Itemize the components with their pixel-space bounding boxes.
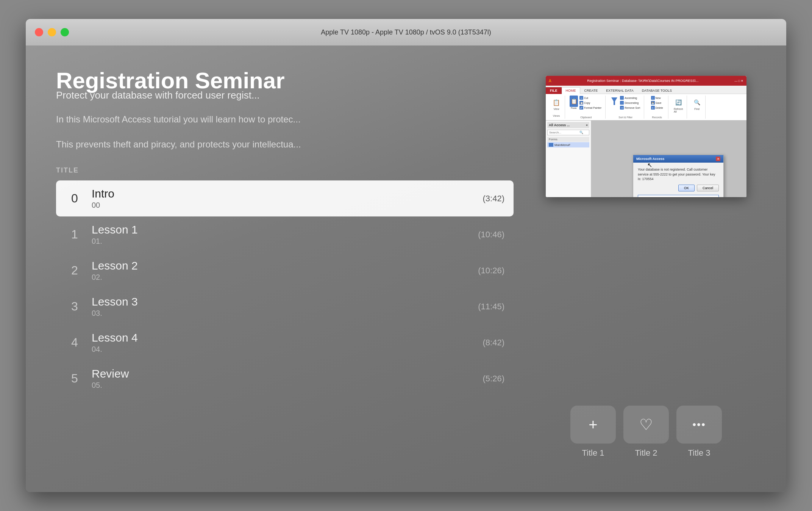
find-icon[interactable]: 🔍 — [692, 97, 702, 108]
bottom-buttons: + Title 1 ♡ Title 2 ••• Title 3 — [570, 406, 722, 458]
ribbon-records-group: + New 💾 Save ✕ Delete — [646, 96, 668, 119]
lesson-item-2[interactable]: 2 Lesson 2 02. (10:26) — [56, 252, 514, 288]
access-window-icon: A — [549, 79, 551, 83]
records-btns: + New 💾 Save ✕ Delete — [650, 96, 664, 110]
filter-btn[interactable] — [610, 96, 618, 107]
lesson-number-4: 4 — [65, 335, 84, 350]
traffic-lights — [35, 28, 69, 36]
dialog-cancel-button[interactable]: Cancel — [697, 185, 719, 191]
ascending-label: Ascending — [625, 97, 637, 99]
lesson-list: 0 Intro 00 (3:42) 1 Lesson 1 01. — [56, 180, 514, 397]
lesson-file-5: 05. — [92, 381, 483, 390]
lesson-name-3: Lesson 3 — [92, 295, 478, 308]
access-search-input[interactable] — [549, 131, 579, 134]
microsoft-access-dialog: Microsoft Access ✕ Your database is not … — [633, 155, 724, 197]
descending-btn[interactable]: ↓ Descending — [619, 100, 641, 105]
lesson-file-0: 00 — [92, 201, 483, 210]
more-icon: ••• — [692, 419, 706, 431]
remove-sort-btn[interactable]: ✕ Remove Sort — [619, 105, 641, 110]
close-button[interactable] — [35, 28, 43, 36]
copy-label: Copy — [584, 102, 590, 104]
lesson-duration-0: (3:42) — [483, 194, 504, 204]
title2-button[interactable]: ♡ — [623, 406, 669, 444]
lesson-name-4: Lesson 4 — [92, 331, 483, 344]
title2-label: Title 2 — [635, 448, 657, 458]
lesson-duration-2: (10:26) — [478, 266, 504, 276]
lesson-item-4[interactable]: 4 Lesson 4 04. (8:42) — [56, 324, 514, 361]
svg-marker-0 — [611, 97, 617, 105]
access-close-btn[interactable]: ✕ — [741, 79, 743, 83]
title1-button-group: + Title 1 — [570, 406, 616, 458]
lesson-info-5: Review 05. — [92, 367, 483, 390]
access-restore-btn[interactable]: □ — [738, 79, 740, 83]
tab-create[interactable]: CREATE — [580, 87, 602, 94]
ribbon-find-group: 🔍 Find — [689, 96, 706, 119]
lessons-section: TITLE 0 Intro 00 (3:42) 1 Lesson 1 — [56, 166, 514, 397]
lesson-info-0: Intro 00 — [92, 187, 483, 210]
title2-button-group: ♡ Title 2 — [623, 406, 669, 458]
delete-icon: ✕ — [651, 106, 655, 110]
tab-home[interactable]: HOME — [562, 87, 580, 94]
title-bar: Apple TV 1080p - Apple TV 1080p / tvOS 9… — [26, 19, 786, 45]
lesson-number-3: 3 — [65, 299, 84, 313]
format-painter-label: Format Painter — [584, 107, 601, 109]
mainmenuf-item[interactable]: MainMenuF — [547, 142, 589, 147]
lesson-item-5[interactable]: 5 Review 05. (5:26) — [56, 361, 514, 397]
descending-icon: ↓ — [620, 101, 624, 105]
mainmenuf-label: MainMenuF — [554, 143, 570, 147]
access-minimize-btn[interactable]: — — [734, 79, 737, 83]
dialog-ok-button[interactable]: OK — [678, 185, 695, 191]
title1-button[interactable]: + — [570, 406, 616, 444]
dialog-close-button[interactable]: ✕ — [716, 157, 720, 161]
format-painter-btn[interactable]: 🖌 Format Painter — [579, 105, 602, 110]
tab-database-tools[interactable]: DATABASE TOOLS — [638, 87, 676, 94]
lesson-duration-1: (10:46) — [478, 230, 504, 240]
right-panel: A Registration Seminar : Database- \\KIR… — [536, 68, 756, 469]
access-window-controls: — □ ✕ — [734, 79, 743, 83]
remove-sort-label: Remove Sort — [625, 107, 640, 109]
lesson-item-3[interactable]: 3 Lesson 3 03. (11:45) — [56, 288, 514, 324]
ribbon-refresh-group: 🔄 RefreshAll — [670, 96, 687, 119]
title1-label: Title 1 — [582, 448, 604, 458]
dialog-body: Your database is not registered. Call cu… — [633, 163, 723, 197]
delete-label: Delete — [656, 107, 663, 109]
access-content-area: Microsoft Access ✕ Your database is not … — [591, 121, 746, 197]
dialog-password-input[interactable] — [638, 195, 719, 197]
heart-icon: ♡ — [639, 416, 653, 433]
new-label: New — [656, 97, 661, 99]
paste-icon: 📋 — [570, 96, 578, 107]
view-icon[interactable]: 📋 — [551, 97, 562, 108]
new-record-btn[interactable]: + New — [650, 96, 664, 100]
lesson-duration-4: (8:42) — [483, 338, 504, 348]
nav-collapse-icon[interactable]: « — [586, 123, 588, 127]
save-btn[interactable]: 💾 Save — [650, 100, 664, 105]
copy-btn[interactable]: 📋 Copy — [579, 100, 602, 105]
lesson-name-5: Review — [92, 367, 483, 380]
all-access-label: All Access ... — [549, 123, 570, 127]
lesson-item-0[interactable]: 0 Intro 00 (3:42) — [56, 180, 514, 216]
lesson-number-2: 2 — [65, 263, 84, 277]
lesson-file-3: 03. — [92, 309, 478, 318]
title3-button[interactable]: ••• — [676, 406, 722, 444]
lesson-file-1: 01. — [92, 237, 478, 246]
lesson-item-1[interactable]: 1 Lesson 1 01. (10:46) — [56, 216, 514, 252]
delete-btn[interactable]: ✕ Delete — [650, 105, 664, 110]
tab-external-data[interactable]: EXTERNAL DATA — [602, 87, 637, 94]
ribbon-sort-filter-group: ↑ Ascending ↓ Descending ✕ — [607, 96, 644, 119]
refresh-icon[interactable]: 🔄 — [673, 97, 684, 108]
access-title-text: Registration Seminar : Database- \\KIRK\… — [587, 79, 698, 83]
paste-btn[interactable]: 📋 Paste — [570, 96, 578, 109]
maximize-button[interactable] — [61, 28, 69, 36]
course-desc1: In this Microsoft Access tutorial you wi… — [56, 113, 514, 126]
lessons-header: TITLE — [56, 166, 514, 174]
dialog-message: Your database is not registered. Call cu… — [638, 167, 719, 182]
ascending-btn[interactable]: ↑ Ascending — [619, 96, 641, 100]
minimize-button[interactable] — [48, 28, 56, 36]
remove-sort-icon: ✕ — [620, 106, 624, 110]
view-label: View — [553, 108, 559, 110]
access-ribbon-tabs: FILE HOME CREATE EXTERNAL DATA DATABASE … — [546, 86, 746, 94]
cut-btn[interactable]: ✂ Cut — [579, 96, 602, 100]
tab-file[interactable]: FILE — [546, 87, 562, 94]
cut-label: Cut — [584, 97, 588, 99]
lesson-info-3: Lesson 3 03. — [92, 295, 478, 318]
